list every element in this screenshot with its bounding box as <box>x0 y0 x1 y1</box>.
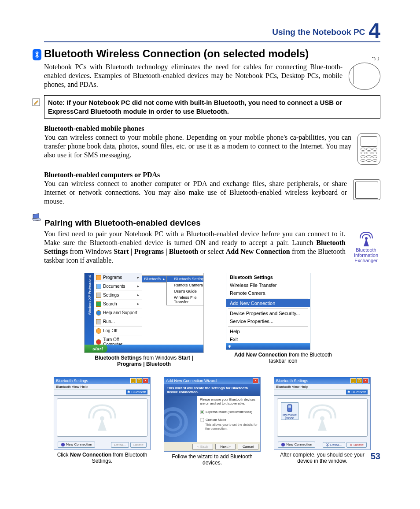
shot3-caption: After complete, you should see your devi… <box>274 452 371 464</box>
custom-subtext: This allows you to set the details for t… <box>205 423 258 431</box>
window-title: Add New Connection Wizard <box>166 379 217 383</box>
svg-point-3 <box>61 443 65 446</box>
note-text: Note: If your Notebook PC did not come w… <box>48 99 342 115</box>
window-controls[interactable]: × <box>252 378 258 383</box>
shot2-caption: Follow the wizard to add Bluetooth devic… <box>164 453 261 466</box>
mobile-text: You can wireless connect to your mobile … <box>44 133 351 160</box>
antenna-label: Bluetooth Information Exchanger <box>352 247 380 263</box>
mobile-phone-icon <box>357 133 380 165</box>
window-controls[interactable]: _▢× <box>130 378 148 383</box>
page-header: Using the Notebook PC 4 <box>44 22 380 42</box>
submenu-bluetooth-items: Bluetooth Settings Remote Camera User's … <box>166 275 204 305</box>
cm-item[interactable]: Bluetooth Settings <box>226 273 310 281</box>
mobile-heading: Bluetooth-enabled mobile phones <box>44 125 380 133</box>
page-number: 53 <box>371 451 380 461</box>
taskbar: start <box>85 345 203 353</box>
wireless-icon <box>305 401 340 431</box>
wizard-graphic <box>164 396 197 442</box>
svg-point-4 <box>164 409 186 435</box>
detail-button[interactable]: 🛈 Detail... <box>323 442 345 448</box>
bluetooth-icon <box>33 49 41 60</box>
window-title: Bluetooth Settings <box>276 379 308 383</box>
tray-bluetooth-icon: ✱ <box>226 343 310 349</box>
section-title: Bluetooth Wireless Connection (on select… <box>44 48 309 60</box>
submenu-bluetooth: Bluetooth▸ <box>142 275 167 282</box>
wizard-instruction: Please ensure your Bluetooth devices are… <box>200 398 258 405</box>
start-menu-screenshot: Windows XP Professional Programs▸ Docume… <box>84 273 204 367</box>
cm-item[interactable]: Wireless File Transfer <box>226 281 310 289</box>
window-menubar[interactable]: Bluetooth View Help <box>54 384 150 389</box>
start-menu-caption: Bluetooth Settings from Windows Start | … <box>87 355 201 367</box>
pda-text: You can wireless connect to another comp… <box>44 179 347 206</box>
laptop-icon <box>31 213 42 222</box>
radio-express[interactable]: Express Mode (Recommended) <box>200 410 258 414</box>
context-menu-screenshot: Bluetooth Settings Wireless File Transfe… <box>226 273 340 367</box>
back-button: < Back <box>192 444 213 450</box>
intro-text: Notebook PCs with Bluetooth technology e… <box>44 63 343 89</box>
wireless-icon <box>85 401 120 431</box>
cm-item[interactable]: Help <box>226 327 310 335</box>
window-title: Bluetooth Settings <box>56 379 88 383</box>
radio-custom[interactable]: Custom Mode <box>200 418 258 422</box>
wizard-banner: This wizard will create the settings for… <box>164 384 260 396</box>
chapter-number: 4 <box>368 22 380 40</box>
wizard-screenshot: Add New Connection Wizard × This wizard … <box>164 377 261 466</box>
pairing-heading: Pairing with Bluetooth-enabled devices <box>44 218 380 228</box>
context-menu-caption: Add New Connection from the Bluetooth ta… <box>226 352 340 364</box>
mouse-icon <box>349 63 380 90</box>
cancel-button[interactable]: Cancel <box>238 444 258 450</box>
window-controls[interactable]: _▢× <box>350 378 368 383</box>
bt-settings-empty-screenshot: Bluetooth Settings _▢× Bluetooth View He… <box>54 377 151 466</box>
new-connection-button[interactable]: New Connection <box>58 442 95 448</box>
xp-sidebar: Windows XP Professional <box>85 273 94 348</box>
start-button[interactable]: start <box>85 345 107 353</box>
detail-button: Detail... <box>111 442 129 448</box>
pencil-icon <box>32 98 40 106</box>
cm-item[interactable]: Exit <box>226 335 310 343</box>
svg-point-9 <box>281 443 285 446</box>
antenna-icon: Bluetooth Information Exchanger <box>352 230 380 263</box>
note-box: Note: If your Notebook PC did not come w… <box>44 95 380 119</box>
cm-add-new-connection[interactable]: Add New Connection <box>226 299 310 307</box>
cm-item[interactable]: Remote Camera <box>226 289 310 297</box>
paired-device-icon[interactable]: My mobile phone <box>281 402 298 420</box>
header-title: Using the Notebook PC <box>272 27 365 40</box>
svg-point-5 <box>165 414 181 430</box>
delete-button[interactable]: ✕ Delete <box>346 442 367 448</box>
bt-settings-device-screenshot: Bluetooth Settings _▢× Bluetooth View He… <box>274 377 371 466</box>
start-menu-items: Programs▸ Documents▸ Settings▸ Search▸ H… <box>94 273 142 345</box>
svg-rect-8 <box>288 405 291 408</box>
delete-button: Delete <box>130 442 147 448</box>
cm-item[interactable]: Service Properties... <box>226 317 310 325</box>
shot1-caption: Click New Connection from Bluetooth Sett… <box>54 452 151 464</box>
pda-heading: Bluetooth-enabled computers or PDAs <box>44 171 380 179</box>
next-button[interactable]: Next > <box>215 444 235 450</box>
pda-icon <box>353 179 380 200</box>
new-connection-button[interactable]: New Connection <box>278 442 315 448</box>
pairing-text: You first need to pair your Notebook PC … <box>44 230 346 265</box>
window-menubar[interactable]: Bluetooth View Help <box>274 384 370 389</box>
cm-item[interactable]: Device Properties and Security... <box>226 309 310 317</box>
